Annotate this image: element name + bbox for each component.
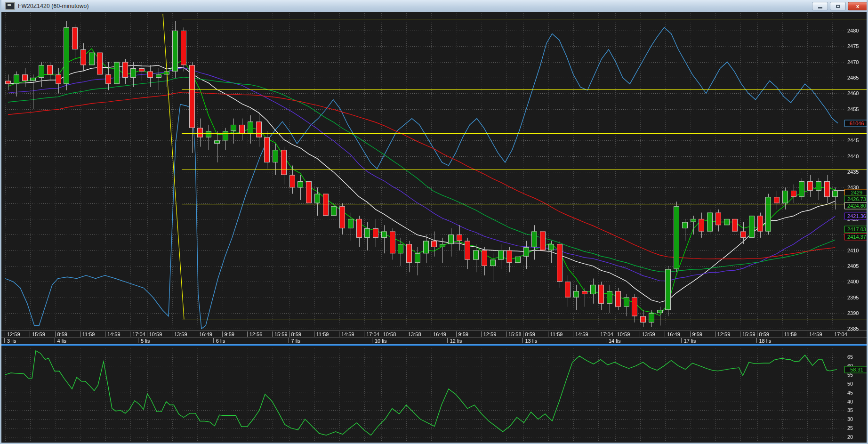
time-axis-label: 13:59 [174, 331, 187, 337]
date-axis-label: 17 lis [684, 338, 696, 344]
price-level-label: 2417.03 [844, 226, 868, 233]
time-axis-label: 13:58 [408, 331, 421, 337]
time-axis-label: 12:56 [249, 331, 263, 337]
price-chart-canvas[interactable] [1, 12, 867, 443]
date-axis-label: 6 lis [216, 338, 225, 344]
indicator-axis-tick: 50 [847, 381, 853, 387]
chart-window: FW20Z1420 (60-minutowo) x 24802475247024… [0, 0, 868, 444]
price-axis-tick: 2455 [847, 106, 859, 112]
price-axis-tick: 2435 [847, 169, 859, 175]
time-axis-label: 16:49 [433, 331, 446, 337]
indicator-axis-tick: 20 [847, 434, 853, 440]
time-axis-label: 13:59 [642, 331, 655, 337]
date-axis-label: 7 lis [291, 338, 301, 344]
time-axis-label: 14:59 [575, 331, 588, 337]
price-level-label: 2421.36 [844, 212, 868, 219]
time-axis-label: 8:59 [759, 331, 769, 337]
date-axis-label: 12 lis [450, 338, 462, 344]
price-axis-tick: 2470 [847, 59, 859, 65]
time-axis-label: 10:58 [383, 331, 396, 337]
time-axis-label: 17:04 [366, 331, 379, 337]
time-axis-label: 10:59 [617, 331, 630, 337]
restore-button[interactable] [830, 2, 846, 10]
time-axis-label: 15:59 [274, 331, 288, 337]
price-level-label: 61046 [844, 120, 868, 127]
time-axis-label: 14:59 [341, 331, 354, 337]
time-axis-label: 17:04 [600, 331, 613, 337]
time-axis-label: 8:59 [57, 331, 67, 337]
time-axis-label: 11:59 [316, 331, 329, 337]
chart-window-icon [5, 2, 15, 10]
time-axis-label: 9:59 [458, 331, 468, 337]
indicator-axis-tick: 30 [847, 416, 853, 422]
price-axis-tick: 2395 [847, 295, 859, 300]
title-bar[interactable]: FW20Z1420 (60-minutowo) x [1, 0, 867, 12]
indicator-axis-tick: 35 [847, 407, 853, 413]
minimize-icon [818, 7, 822, 8]
price-level-label: 2426.73 [844, 195, 868, 202]
minimize-button[interactable] [812, 2, 828, 10]
time-axis-label: 11:59 [82, 331, 95, 337]
time-axis-label: 15:59 [32, 331, 45, 337]
close-button[interactable]: x [848, 2, 868, 10]
date-axis-label: 18 lis [759, 338, 772, 344]
time-axis-label: 8:59 [291, 331, 301, 337]
time-axis-label: 14:59 [809, 331, 822, 337]
date-axis-label: 5 lis [141, 338, 150, 344]
time-axis-label: 10:59 [149, 331, 162, 337]
time-axis-label: 11:59 [784, 331, 797, 337]
price-level-label: 2424.80 [844, 202, 868, 209]
price-axis-tick: 2440 [847, 153, 859, 159]
date-axis-label: 3 lis [7, 338, 16, 344]
time-axis-label: 16:49 [199, 331, 212, 337]
price-axis-tick: 2385 [847, 326, 859, 331]
close-icon: x [856, 3, 859, 9]
price-level-label: 2429 [844, 189, 868, 196]
price-axis-tick: 2390 [847, 310, 859, 316]
date-axis-label: 14 lis [609, 338, 621, 344]
time-axis-label: 17:04 [834, 331, 847, 337]
price-axis-tick: 2410 [847, 248, 859, 253]
price-axis-tick: 2465 [847, 75, 859, 81]
date-axis-label: 10 lis [375, 338, 387, 344]
time-axis-label: 9:59 [692, 331, 702, 337]
indicator-axis-tick: 65 [847, 354, 853, 360]
price-axis-tick: 2460 [847, 90, 859, 96]
time-axis-label: 12:59 [7, 331, 20, 337]
indicator-axis-tick: 45 [847, 390, 853, 396]
time-axis-label: 15:59 [742, 331, 755, 337]
time-axis-label: 14:59 [107, 331, 121, 337]
time-axis-label: 15:58 [508, 331, 522, 337]
price-axis-tick: 2475 [847, 43, 859, 49]
time-axis-label: 11:59 [550, 331, 563, 337]
price-axis-tick: 2480 [847, 28, 859, 33]
indicator-axis-tick: 40 [847, 399, 853, 404]
window-title: FW20Z1420 (60-minutowo) [18, 3, 89, 9]
time-axis-label: 12:59 [717, 331, 731, 337]
time-axis-label: 12:59 [483, 331, 497, 337]
date-axis-label: 4 lis [57, 338, 67, 344]
price-level-label: 2414.37 [844, 233, 868, 240]
time-axis-label: 17:04 [132, 331, 145, 337]
chart-area: 2480247524702465246024552450244524402435… [1, 12, 868, 443]
price-axis-tick: 2400 [847, 279, 859, 284]
time-axis-label: 8:59 [525, 331, 535, 337]
date-axis-label: 13 lis [525, 338, 538, 344]
price-axis-tick: 2405 [847, 263, 859, 269]
time-axis-label: 9:59 [225, 331, 234, 337]
indicator-value-label: 58.31 [844, 366, 868, 373]
restore-icon [836, 5, 840, 8]
indicator-axis-tick: 25 [847, 425, 853, 431]
time-axis-label: 16:49 [667, 331, 680, 337]
price-axis-tick: 2445 [847, 137, 859, 143]
